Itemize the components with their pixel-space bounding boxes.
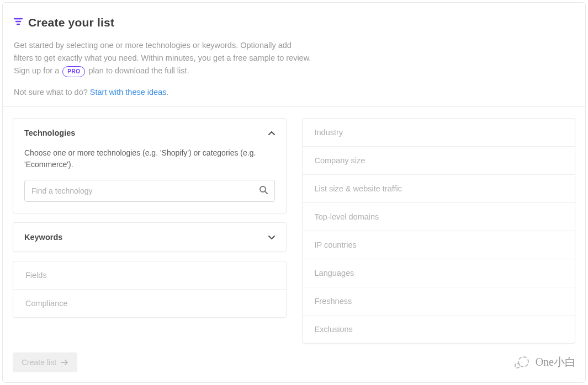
filter-label: Exclusions <box>315 325 353 334</box>
filter-row-tlds[interactable]: Top-level domains <box>303 203 575 231</box>
technologies-desc: Choose one or more technologies (e.g. 'S… <box>24 147 275 171</box>
page-title: Create your list <box>28 16 114 29</box>
filter-label: Company size <box>315 156 365 165</box>
footer: Create list <box>3 344 585 383</box>
filter-label: Industry <box>315 128 343 137</box>
hint-prefix: Not sure what to do? <box>14 88 90 97</box>
hint-link[interactable]: Start with these ideas <box>90 88 167 97</box>
filter-row-languages[interactable]: Languages <box>303 259 575 287</box>
compliance-row[interactable]: Compliance <box>13 290 286 317</box>
search-icon <box>259 185 268 196</box>
left-muted-stack: Fields Compliance <box>13 261 287 318</box>
subtitle-text-after: plan to download the full list. <box>88 66 189 75</box>
filter-row-company-size[interactable]: Company size <box>303 147 575 175</box>
columns: Technologies Choose one or more technolo… <box>3 107 585 344</box>
chevron-up-icon <box>268 129 275 137</box>
page-container: Create your list Get started by selectin… <box>2 2 586 383</box>
watermark: One小白 <box>515 355 576 370</box>
technologies-title: Technologies <box>24 129 75 137</box>
left-column: Technologies Choose one or more technolo… <box>13 118 287 344</box>
chevron-down-icon <box>268 233 275 242</box>
filter-row-freshness[interactable]: Freshness <box>303 287 575 316</box>
fields-row[interactable]: Fields <box>13 261 286 290</box>
hint-suffix: . <box>166 88 168 97</box>
filter-icon <box>14 18 23 28</box>
watermark-text: One小白 <box>536 355 576 370</box>
title-row: Create your list <box>14 16 574 29</box>
page-header: Create your list Get started by selectin… <box>3 3 585 107</box>
filter-row-list-size-traffic[interactable]: List size & website traffic <box>303 175 575 203</box>
page-subtitle: Get started by selecting one or more tec… <box>14 39 312 78</box>
filter-row-industry[interactable]: Industry <box>303 119 575 147</box>
keywords-header[interactable]: Keywords <box>13 223 286 252</box>
filter-row-ip-countries[interactable]: IP countries <box>303 231 575 259</box>
keywords-title: Keywords <box>24 233 62 242</box>
arrow-right-icon <box>61 358 68 367</box>
filter-row-exclusions[interactable]: Exclusions <box>303 316 575 343</box>
technologies-header[interactable]: Technologies <box>13 119 286 147</box>
technologies-card: Technologies Choose one or more technolo… <box>13 118 287 213</box>
technologies-body: Choose one or more technologies (e.g. 'S… <box>13 147 286 213</box>
pro-badge: PRO <box>62 66 85 77</box>
compliance-label: Compliance <box>25 299 68 308</box>
technology-search-input[interactable] <box>31 186 259 195</box>
fields-label: Fields <box>25 271 47 280</box>
right-column: Industry Company size List size & websit… <box>302 118 576 344</box>
filter-label: Top-level domains <box>315 212 379 221</box>
watermark-icon <box>515 355 531 370</box>
filter-label: Languages <box>315 269 354 277</box>
technology-search-box[interactable] <box>24 180 275 202</box>
hint-line: Not sure what to do? Start with these id… <box>14 88 574 97</box>
filter-label: List size & website traffic <box>315 184 402 193</box>
create-list-label: Create list <box>22 358 56 367</box>
right-filter-stack: Industry Company size List size & websit… <box>302 118 576 344</box>
filter-label: IP countries <box>315 240 357 249</box>
create-list-button[interactable]: Create list <box>13 352 77 372</box>
keywords-card: Keywords <box>13 222 287 252</box>
filter-label: Freshness <box>315 297 352 306</box>
